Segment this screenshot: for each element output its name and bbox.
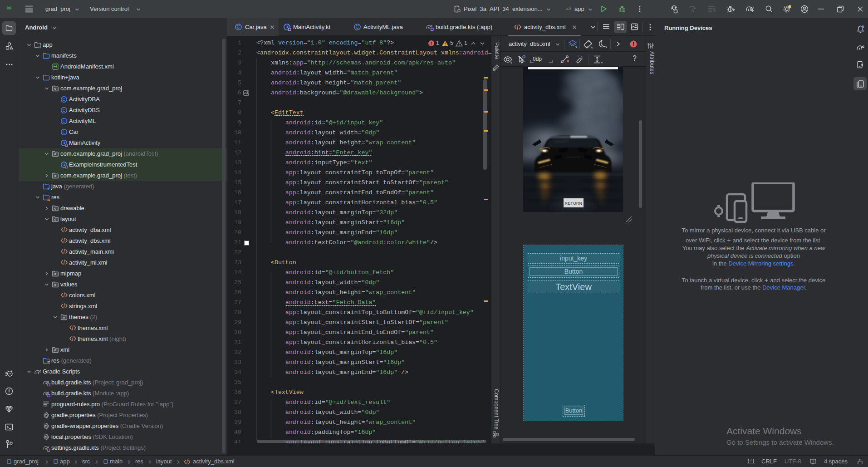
svg-text:C: C (63, 129, 66, 134)
svg-text:RETURN: RETURN (565, 201, 582, 206)
svg-text:C: C (237, 25, 240, 29)
svg-text:A: A (691, 8, 694, 13)
svg-text:C: C (63, 118, 66, 123)
svg-text:C: C (63, 108, 66, 113)
svg-text:C: C (63, 97, 66, 102)
svg-text:C: C (356, 25, 359, 29)
